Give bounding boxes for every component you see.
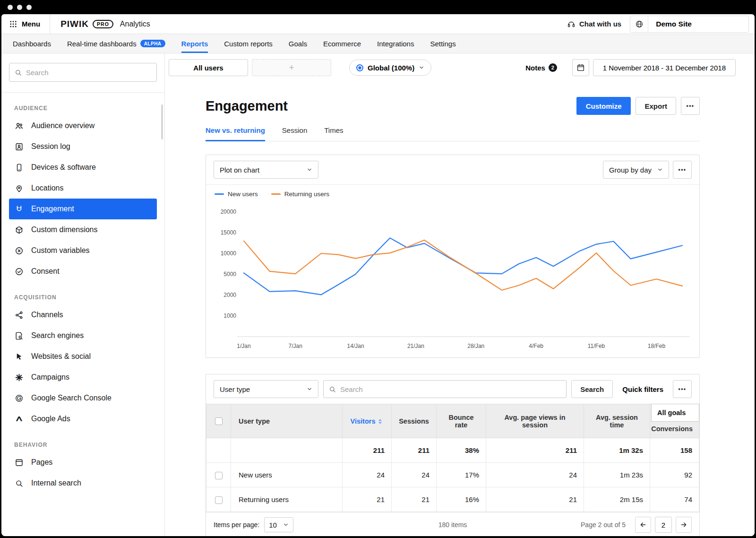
tab-session[interactable]: Session <box>282 126 307 141</box>
y-axis-tick-label: 15000 <box>221 229 237 236</box>
column-header-bounce-rate[interactable]: Bounce rate <box>437 404 486 438</box>
cell-sessions: 21 <box>392 487 437 512</box>
sidebar-item-google-search-console[interactable]: Google Search Console <box>9 388 157 408</box>
sidebar-item-engagement[interactable]: Engagement <box>9 199 157 219</box>
search-icon <box>328 385 336 393</box>
user-type-select[interactable]: User type <box>214 380 318 398</box>
table-search-button[interactable]: Search <box>571 380 613 398</box>
sidebar-item-label: Internal search <box>31 479 81 487</box>
cell-bounce_rate: 16% <box>437 487 486 512</box>
legend-item-returning-users[interactable]: Returning users <box>271 191 329 198</box>
sidebar: AUDIENCEAudience overviewSession logDevi… <box>1 53 165 536</box>
customize-button[interactable]: Customize <box>576 97 631 115</box>
nav-item-real-time-dashboards[interactable]: Real-time dashboardsALPHA <box>67 34 165 53</box>
items-per-page-select[interactable]: 10 <box>264 517 293 532</box>
export-button[interactable]: Export <box>636 97 676 115</box>
nav-item-label: Ecommerce <box>323 40 361 48</box>
column-header-user-type[interactable]: User type <box>231 404 343 438</box>
more-options-button[interactable]: ••• <box>681 97 700 115</box>
nav-item-settings[interactable]: Settings <box>430 34 455 53</box>
all-goals-select[interactable]: All goals <box>651 404 699 422</box>
calendar-button[interactable] <box>572 59 589 76</box>
notes-count-badge: 2 <box>549 63 557 72</box>
sidebar-item-consent[interactable]: Consent <box>9 261 157 282</box>
y-axis-tick-label: 20000 <box>221 208 237 215</box>
sidebar-search[interactable] <box>9 63 157 82</box>
tab-new-vs-returning[interactable]: New vs. returning <box>206 126 265 141</box>
row-checkbox[interactable] <box>215 472 223 479</box>
page-info-label: Page 2 out of 5 <box>581 521 626 529</box>
cell-user-type: Returning users <box>231 487 343 512</box>
globe-button[interactable] <box>630 16 648 32</box>
conversions-header-label: Conversions <box>651 425 693 433</box>
column-header-conversions[interactable]: All goalsConversions <box>650 404 699 438</box>
chat-with-us-button[interactable]: Chat with us <box>567 20 621 28</box>
sidebar-item-internal-search[interactable]: Internal search <box>9 473 157 494</box>
report-content: Engagement Customize Export ••• New vs. … <box>165 76 755 536</box>
sidebar-item-websites-social[interactable]: Websites & social <box>9 346 157 367</box>
group-by-select[interactable]: Group by day <box>603 161 669 179</box>
table-more-button[interactable]: ••• <box>673 380 692 398</box>
quick-filters-button[interactable]: Quick filters <box>622 385 663 393</box>
sidebar-item-audience-overview[interactable]: Audience overview <box>9 115 157 136</box>
current-page-input[interactable]: 2 <box>655 517 672 533</box>
window-control-dot[interactable] <box>17 5 22 10</box>
select-all-checkbox[interactable] <box>215 417 223 425</box>
column-header-sessions[interactable]: Sessions <box>392 404 437 438</box>
row-checkbox[interactable] <box>215 496 223 504</box>
magnet-icon <box>15 205 24 214</box>
sidebar-item-locations[interactable]: Locations <box>9 178 157 199</box>
date-range-selector[interactable]: 1 November 2018 - 31 December 2018 <box>593 59 736 76</box>
nav-item-ecommerce[interactable]: Ecommerce <box>323 34 361 53</box>
browser-window-icon <box>15 458 24 467</box>
sidebar-item-label: Session log <box>31 142 70 151</box>
table-totals-row: 21121138%2111m 32s158 <box>206 438 699 463</box>
chat-label: Chat with us <box>579 20 621 28</box>
sidebar-item-custom-dimensions[interactable]: Custom dimensions <box>9 219 157 240</box>
sidebar-search-wrap <box>1 53 164 93</box>
nav-item-dashboards[interactable]: Dashboards <box>13 34 51 53</box>
next-page-button[interactable] <box>676 517 692 533</box>
nav-item-reports[interactable]: Reports <box>181 34 208 53</box>
sidebar-item-devices-software[interactable]: Devices & software <box>9 157 157 178</box>
sidebar-sections: AUDIENCEAudience overviewSession logDevi… <box>1 105 164 494</box>
tab-times[interactable]: Times <box>324 126 343 141</box>
window-control-dot[interactable] <box>8 5 13 10</box>
nav-item-custom-reports[interactable]: Custom reports <box>224 34 273 53</box>
x-axis-tick-label: 7/Jan <box>288 343 302 349</box>
column-header-avg-page-views-in-session[interactable]: Avg. page views in session <box>486 404 584 438</box>
report-toolbar: All users + Global (100%) Notes 2 <box>165 53 755 76</box>
sidebar-item-pages[interactable]: Pages <box>9 452 157 473</box>
all-users-segment-button[interactable]: All users <box>169 59 248 76</box>
legend-item-new-users[interactable]: New users <box>215 191 258 198</box>
sidebar-item-label: Custom variables <box>31 246 90 255</box>
table-row[interactable]: Returning users212116%212m 15s74 <box>206 487 699 512</box>
table-search[interactable] <box>323 380 567 398</box>
scope-selector[interactable]: Global (100%) <box>349 60 431 76</box>
table-search-input[interactable] <box>340 385 561 393</box>
column-header-avg-session-time[interactable]: Avg. session time <box>584 404 650 438</box>
prev-page-button[interactable] <box>635 517 651 533</box>
column-header-visitors[interactable]: Visitors <box>343 404 392 438</box>
window-control-dot[interactable] <box>26 5 32 10</box>
table-row[interactable]: New users242417%241m 23s92 <box>206 463 699 487</box>
page-title: Engagement <box>206 98 288 114</box>
sidebar-item-campaigns[interactable]: Campaigns <box>9 367 157 388</box>
app-frame: Menu PIWIK PRO Analytics Chat with us De… <box>0 0 756 538</box>
sidebar-item-channels[interactable]: Channels <box>9 304 157 325</box>
menu-button[interactable]: Menu <box>1 14 50 34</box>
sidebar-item-search-engines[interactable]: Search engines <box>9 325 157 346</box>
add-segment-button[interactable]: + <box>252 59 331 76</box>
sidebar-item-google-ads[interactable]: Google Ads <box>9 408 157 429</box>
sidebar-item-custom-variables[interactable]: Custom variables <box>9 240 157 261</box>
chart-more-button[interactable]: ••• <box>673 161 692 179</box>
nav-item-integrations[interactable]: Integrations <box>377 34 414 53</box>
site-selector[interactable]: Demo Site <box>630 16 749 33</box>
table-pagination: Items per page: 10 180 items Page 2 out … <box>206 512 699 536</box>
sidebar-item-session-log[interactable]: Session log <box>9 136 157 157</box>
cell-avg_page_views: 24 <box>486 463 584 487</box>
sidebar-search-input[interactable] <box>26 69 152 77</box>
nav-item-goals[interactable]: Goals <box>289 34 307 53</box>
notes-button[interactable]: Notes 2 <box>525 63 557 72</box>
plot-on-chart-select[interactable]: Plot on chart <box>214 161 318 179</box>
